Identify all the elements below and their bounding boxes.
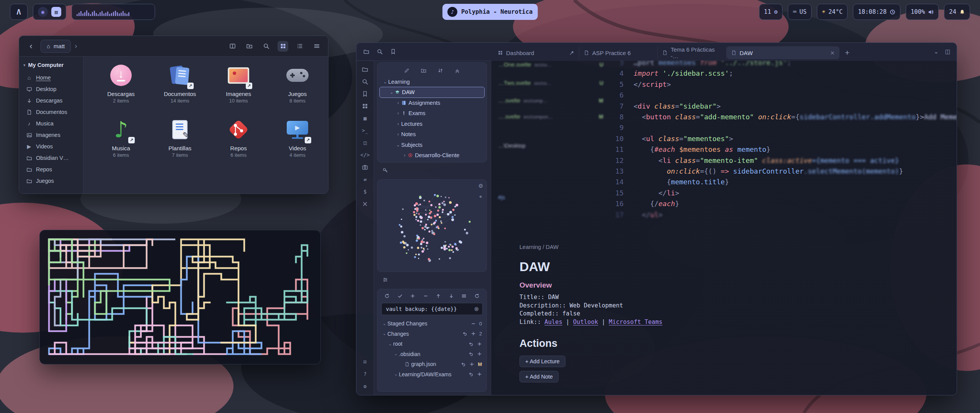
tab-dashboard[interactable]: Dashboard <box>493 46 579 59</box>
new-folder-icon[interactable] <box>244 41 255 52</box>
grid-view-icon[interactable] <box>278 41 288 52</box>
code-line[interactable]: 11 {#each $mementoes as memento} <box>603 144 954 155</box>
sidebar-item-obsidian-v[interactable]: Obsidian V… <box>23 152 80 164</box>
explorer-item-daw[interactable]: ⌄DAW <box>380 87 484 98</box>
graph-view[interactable] <box>377 180 487 271</box>
tab-tema-6-pr-cticas[interactable]: Tema 6 Prácticas -… <box>658 46 727 59</box>
terminal-window[interactable] <box>39 230 321 364</box>
note-link-microsoft-teams[interactable]: Microsoft Teams <box>609 319 662 325</box>
add-note-button[interactable]: + Add Note <box>519 371 559 382</box>
ribbon-code-icon[interactable]: </> <box>361 151 369 158</box>
launcher-button[interactable]: Λ <box>10 4 28 20</box>
explorer-item-lectures[interactable]: ›Lectures <box>380 119 484 129</box>
git-undo-action-icon[interactable] <box>461 362 466 367</box>
explorer-item-subjects[interactable]: ⌄Subjects <box>380 140 484 150</box>
sidebar-item-desktop[interactable]: Desktop <box>23 83 80 95</box>
code-line[interactable]: 10 <ul class="mementoes"> <box>603 133 954 144</box>
git-undo-action-icon[interactable] <box>462 331 467 336</box>
ribbon-camera-icon[interactable] <box>361 164 369 171</box>
ribbon-files-icon[interactable] <box>361 66 369 73</box>
bookmarks-icon[interactable] <box>389 48 397 55</box>
ribbon-book-icon[interactable]: ◫ <box>361 139 369 146</box>
code-line[interactable]: 15 </li> <box>603 188 954 198</box>
sidebar-item-imagenes[interactable]: Imagenes <box>23 129 80 141</box>
git-pull-icon[interactable] <box>448 293 455 299</box>
ribbon-calendar-icon[interactable]: ▦ <box>361 115 369 122</box>
new-tab-button[interactable]: + <box>845 48 849 57</box>
ribbon-search-icon[interactable] <box>361 78 369 85</box>
git-unstage-all-icon[interactable] <box>422 293 430 299</box>
menu-icon[interactable] <box>311 41 322 52</box>
code-line[interactable]: 3…port mementoes from '../../store.js'; <box>603 60 954 68</box>
list-view-icon[interactable] <box>294 41 305 52</box>
ribbon-terminal-icon[interactable]: >_ <box>361 127 369 134</box>
git-commit-icon[interactable] <box>396 293 404 299</box>
code-editor[interactable]: 3…port mementoes from '../../store.js';4… <box>603 60 954 220</box>
git-undo-action-icon[interactable] <box>469 372 474 377</box>
ribbon-bookmark-icon[interactable] <box>361 90 369 97</box>
close-tab-icon[interactable] <box>830 50 835 55</box>
ribbon-close-icon[interactable] <box>361 200 369 207</box>
git-refresh-icon[interactable] <box>473 293 481 299</box>
module-weather[interactable]: ☀24°C <box>817 4 848 20</box>
sidebar-item-documentos[interactable]: Documentos <box>23 106 80 118</box>
module-updates[interactable]: 11⚙ <box>759 4 783 20</box>
graph-pin-icon[interactable]: ⌖ <box>479 193 482 200</box>
collapse-all-icon[interactable] <box>454 67 461 74</box>
git-minus-action-icon[interactable] <box>471 321 476 326</box>
graph-settings-icon[interactable]: ⚙ <box>478 183 483 189</box>
sidebar-item-descargas[interactable]: Descargas <box>23 95 80 106</box>
git-row-staged-changes[interactable]: ⌄Staged Changes0 <box>377 319 487 329</box>
breadcrumb[interactable]: ⌂ matt <box>41 40 71 53</box>
sidebar-section-title[interactable]: ▾ My Computer <box>23 62 80 68</box>
sidebar-item-repos[interactable]: Repos <box>23 164 80 175</box>
git-plus-action-icon[interactable] <box>469 362 474 367</box>
ribbon-swap-icon[interactable]: ⇄ <box>361 176 369 183</box>
git-layout-icon[interactable] <box>460 293 468 299</box>
ribbon-canvas-icon[interactable] <box>361 102 369 109</box>
code-line[interactable]: 12 <li class="memento-item" class:active… <box>603 155 954 166</box>
new-folder-icon[interactable] <box>420 67 428 74</box>
code-line[interactable]: 8 <button class="add-memento" on:click={… <box>603 112 954 122</box>
git-row-obsidian[interactable]: ⌄.obsidian <box>377 349 487 359</box>
sidebar-item-videos[interactable]: ▶Videos <box>23 141 80 152</box>
folder-tile-repos[interactable]: Repos6 items <box>210 117 267 158</box>
tab-asp-practice-6[interactable]: ASP Practice 6 <box>579 46 658 59</box>
explorer-item-learning[interactable]: ⌄Learning <box>380 76 484 87</box>
code-line[interactable]: 7<div class="sidebar"> <box>603 101 954 112</box>
explorer-item-assignments[interactable]: ›Assignments <box>380 98 484 108</box>
code-line[interactable]: 9 <box>603 122 954 133</box>
now-playing-module[interactable]: ♪ Polyphia - Neurotica <box>443 4 538 20</box>
code-line[interactable]: 17 </ul> <box>603 210 954 220</box>
folder-tile-plantillas[interactable]: ✎Plantillas7 items <box>151 117 209 158</box>
git-row-changes[interactable]: ⌄Changes2 <box>377 329 487 339</box>
split-view-icon[interactable] <box>227 41 238 52</box>
folder-tile-musica[interactable]: ♪↗Musica6 items <box>92 117 150 158</box>
split-editor-icon[interactable]: ◫ <box>945 48 951 55</box>
new-note-icon[interactable] <box>403 67 411 74</box>
note-link-aules[interactable]: Aules <box>544 319 562 325</box>
git-row-root[interactable]: ⌄root <box>377 339 487 349</box>
explorer-item-exams[interactable]: ›Exams <box>380 108 484 119</box>
code-line[interactable]: 16 {/each} <box>603 198 954 209</box>
git-plus-action-icon[interactable] <box>477 351 482 356</box>
folder-tile-videos[interactable]: ▶↗Videos4 items <box>269 117 326 158</box>
code-line[interactable]: 5</script> <box>603 79 954 90</box>
tab-daw[interactable]: DAW <box>727 46 840 59</box>
back-button[interactable]: ‹ <box>25 41 37 52</box>
ribbon-plugin-icon[interactable]: ⊡ <box>361 358 369 365</box>
folder-tile-juegos[interactable]: Juegos8 items <box>269 63 326 104</box>
quick-launch-module[interactable]: ◉▤ <box>33 4 66 20</box>
ribbon-donate-icon[interactable]: $ <box>361 188 369 195</box>
folder-tile-descargas[interactable]: ↓Descargas2 items <box>92 63 150 104</box>
code-line[interactable]: 4import './sidebar.scss'; <box>603 68 954 79</box>
module-notifications[interactable]: 24 <box>944 4 970 20</box>
git-push-icon[interactable] <box>434 293 442 299</box>
git-stage-all-icon[interactable] <box>409 293 416 299</box>
git-plus-action-icon[interactable] <box>477 341 482 346</box>
git-row-learning-daw-exams[interactable]: ⌄Learning/DAW/Exams <box>377 369 487 380</box>
module-clock[interactable]: 18:08:28 <box>853 4 900 20</box>
panel-handle-key[interactable] <box>377 163 487 178</box>
folder-tile-documentos[interactable]: ↗Documentos14 items <box>151 63 209 104</box>
ribbon-help-icon[interactable]: ? <box>361 371 369 377</box>
